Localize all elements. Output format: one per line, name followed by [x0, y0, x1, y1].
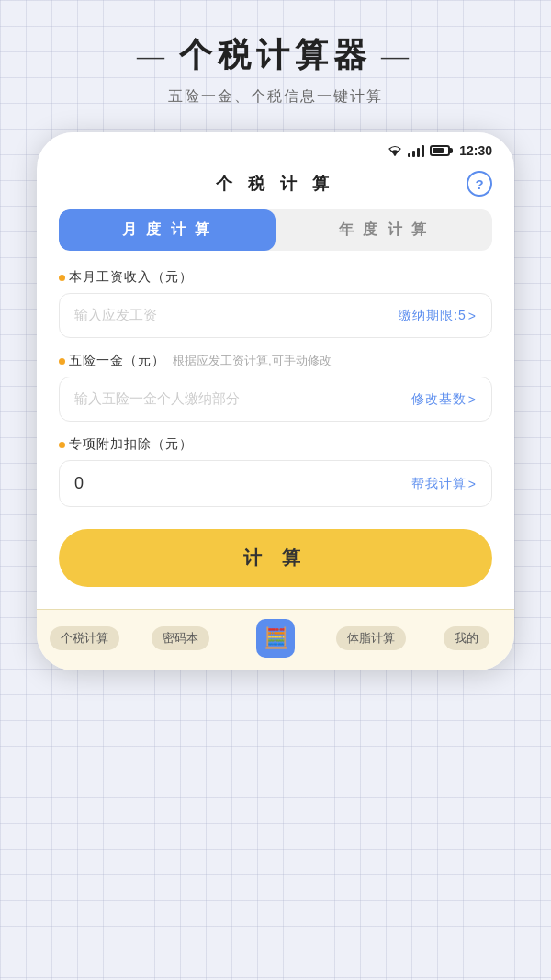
app-subtitle: 五险一金、个税信息一键计算 — [168, 87, 383, 107]
insurance-action[interactable]: 修改基数 > — [411, 391, 477, 408]
salary-placeholder: 输入应发工资 — [74, 307, 157, 324]
nav-pill-password: 密码本 — [152, 626, 209, 650]
field-deduction-label-text: 专项附加扣除（元） — [69, 436, 193, 453]
field-insurance: 五险一金（元） 根据应发工资计算,可手动修改 输入五险一金个人缴纳部分 修改基数… — [59, 353, 492, 422]
field-dot-salary — [59, 275, 65, 281]
field-deduction: 专项附加扣除（元） 0 帮我计算 > — [59, 436, 492, 507]
insurance-input-box[interactable]: 输入五险一金个人缴纳部分 修改基数 > — [59, 377, 492, 422]
app-title-text: 个税计算器 — [179, 33, 372, 78]
page-title: 个 税 计 算 — [216, 173, 334, 195]
tabs-row: 月 度 计 算 年 度 计 算 — [59, 209, 492, 251]
wifi-icon — [388, 145, 402, 157]
calculate-button[interactable]: 计 算 — [59, 529, 492, 587]
insurance-action-text: 修改基数 — [411, 391, 467, 408]
field-deduction-label: 专项附加扣除（元） — [59, 436, 492, 453]
tab-annual[interactable]: 年 度 计 算 — [276, 209, 492, 251]
nav-item-mine[interactable]: 我的 — [419, 626, 514, 650]
app-title: — 个税计算器 — — [137, 33, 414, 78]
app-header: — 个税计算器 — 五险一金、个税信息一键计算 — [0, 0, 551, 123]
status-time: 12:30 — [459, 143, 492, 158]
help-button[interactable]: ? — [467, 171, 492, 197]
phone-frame: 12:30 个 税 计 算 ? 月 度 计 算 年 度 计 算 本月工资收入（元… — [37, 132, 514, 670]
tab-monthly[interactable]: 月 度 计 算 — [59, 209, 276, 251]
nav-item-bmi[interactable]: 体脂计算 — [323, 626, 419, 650]
title-dash-left: — — [137, 40, 170, 72]
page-wrapper: — 个税计算器 — 五险一金、个税信息一键计算 — [0, 0, 551, 670]
deduction-value: 0 — [74, 474, 84, 493]
nav-pill-bmi: 体脂计算 — [336, 626, 406, 650]
insurance-chevron: > — [468, 392, 477, 407]
field-insurance-label: 五险一金（元） 根据应发工资计算,可手动修改 — [59, 353, 492, 369]
field-insurance-label-text: 五险一金（元） — [69, 353, 165, 369]
salary-action-text: 缴纳期限:5 — [399, 308, 467, 324]
field-salary-label: 本月工资收入（元） — [59, 269, 492, 286]
salary-action[interactable]: 缴纳期限:5 > — [399, 308, 477, 324]
salary-input-box[interactable]: 输入应发工资 缴纳期限:5 > — [59, 293, 492, 338]
field-dot-deduction — [59, 442, 65, 448]
nav-item-tax[interactable]: 个税计算 — [37, 626, 132, 650]
phone-content: 个 税 计 算 ? 月 度 计 算 年 度 计 算 本月工资收入（元） 输入应发… — [37, 163, 514, 609]
signal-icon — [408, 144, 424, 157]
svg-point-0 — [394, 153, 396, 155]
page-title-row: 个 税 计 算 ? — [59, 163, 492, 209]
deduction-chevron: > — [468, 477, 477, 491]
nav-item-password[interactable]: 密码本 — [132, 626, 228, 650]
insurance-placeholder: 输入五险一金个人缴纳部分 — [74, 390, 240, 408]
field-salary: 本月工资收入（元） 输入应发工资 缴纳期限:5 > — [59, 269, 492, 338]
nav-pill-mine: 我的 — [444, 626, 489, 650]
calculator-icon: 🧮 — [264, 626, 288, 650]
nav-pill-tax: 个税计算 — [50, 626, 119, 650]
deduction-action-text: 帮我计算 — [411, 476, 467, 492]
bottom-nav: 个税计算 密码本 🧮 体脂计算 我的 — [37, 609, 514, 670]
salary-chevron: > — [468, 309, 477, 323]
field-dot-insurance — [59, 358, 65, 365]
nav-item-calculator[interactable]: 🧮 — [228, 619, 323, 658]
deduction-input-box[interactable]: 0 帮我计算 > — [59, 460, 492, 507]
deduction-action[interactable]: 帮我计算 > — [411, 476, 477, 492]
field-insurance-sub: 根据应发工资计算,可手动修改 — [173, 353, 332, 369]
nav-icon-calculator-bg: 🧮 — [256, 619, 295, 658]
field-salary-label-text: 本月工资收入（元） — [69, 269, 193, 286]
status-bar: 12:30 — [37, 132, 514, 163]
battery-icon — [430, 145, 450, 156]
title-dash-right: — — [381, 40, 414, 72]
